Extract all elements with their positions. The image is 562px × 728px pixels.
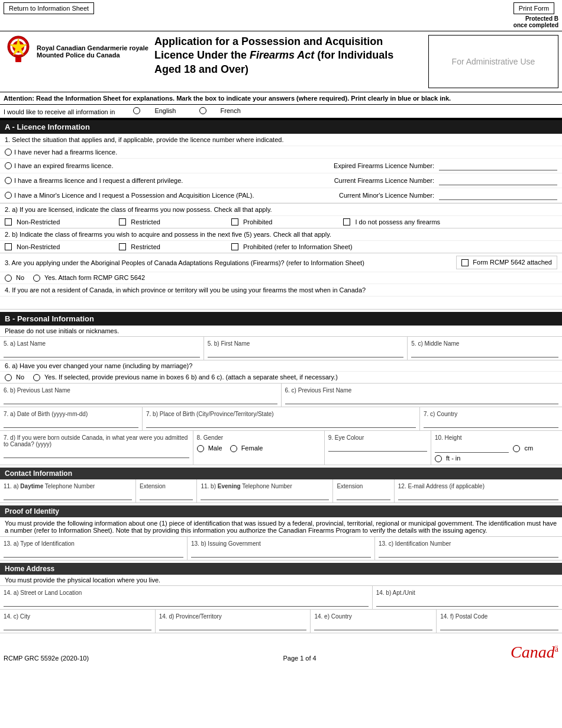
prohibited-check[interactable]: Prohibited xyxy=(231,218,273,226)
minor-pal-radio[interactable] xyxy=(5,192,12,199)
gender-cell: 8. Gender Male Female xyxy=(193,431,325,465)
issuing-govt-input[interactable] xyxy=(191,548,371,558)
non-restricted2-check[interactable]: Non-Restricted xyxy=(5,243,60,250)
q6-no-radio[interactable] xyxy=(5,374,12,381)
first-name-input[interactable] xyxy=(208,348,404,357)
english-radio-label[interactable]: English xyxy=(133,107,188,114)
email-input[interactable] xyxy=(398,491,558,500)
street-input[interactable] xyxy=(4,597,369,607)
city-input[interactable] xyxy=(4,621,151,630)
extension1-input[interactable] xyxy=(140,491,193,500)
evening-phone-label: 11. b) Evening Telephone Number xyxy=(201,482,329,491)
non-restricted-check[interactable]: Non-Restricted xyxy=(5,218,60,226)
middle-name-input[interactable] xyxy=(411,348,558,357)
prohibited-checkbox[interactable] xyxy=(231,218,238,226)
french-radio[interactable] xyxy=(199,107,206,114)
ftin-radio[interactable] xyxy=(435,455,442,462)
dob-label: 7. a) Date of Birth (yyyy-mm-dd) xyxy=(4,410,138,418)
female-radio[interactable] xyxy=(230,445,237,452)
apt-unit-cell: 14. b) Apt./Unit xyxy=(373,586,562,609)
postal-input[interactable] xyxy=(440,621,558,630)
page-number: Page 1 of 4 xyxy=(283,655,316,662)
pob-cell: 7. b) Place of Birth (City/Province/Terr… xyxy=(143,407,420,430)
q6-no-label: No xyxy=(16,373,24,381)
height-cm-input[interactable] xyxy=(435,443,509,453)
admitted-cell: 7. d) If you were born outside Canada, i… xyxy=(0,431,193,465)
prohibited2-checkbox[interactable] xyxy=(231,243,238,250)
restricted-check[interactable]: Restricted xyxy=(119,218,160,226)
cm-radio[interactable] xyxy=(513,445,520,452)
q6-yes-radio[interactable] xyxy=(33,374,40,381)
print-button[interactable]: Print Form xyxy=(513,2,554,14)
id-type-cell: 13. a) Type of Identification xyxy=(0,537,188,560)
height-ftin-option: ft - in xyxy=(435,455,558,462)
q3-yes-label: Yes. Attach form RCMP GRC 5642 xyxy=(44,274,145,281)
dob-input[interactable] xyxy=(4,418,138,428)
english-radio[interactable] xyxy=(133,107,140,114)
restricted2-checkbox[interactable] xyxy=(119,243,126,250)
extension2-label: Extension xyxy=(337,482,390,491)
top-bar: Return to Information Sheet Print Form P… xyxy=(0,0,562,31)
non-restricted2-label: Non-Restricted xyxy=(17,243,60,250)
do-not-possess-check[interactable]: I do not possess any firearms xyxy=(343,218,440,226)
id-type-input[interactable] xyxy=(4,548,183,558)
restricted2-check[interactable]: Restricted xyxy=(119,243,160,250)
form-number: RCMP GRC 5592e (2020-10) xyxy=(4,655,89,662)
id-number-cell: 13. c) Identification Number xyxy=(375,537,562,560)
male-radio[interactable] xyxy=(197,445,204,452)
q3-no-radio[interactable] xyxy=(5,275,12,282)
non-restricted2-checkbox[interactable] xyxy=(5,243,12,250)
country-birth-input[interactable] xyxy=(424,418,558,428)
eye-colour-input[interactable] xyxy=(328,442,427,452)
logo-area: Royal Canadian Gendarmerie royale Mounte… xyxy=(4,35,148,67)
form-rcmp-label: Form RCMP 5642 attached xyxy=(473,259,552,266)
apt-unit-input[interactable] xyxy=(376,597,558,607)
section-a-header: A - Licence Information xyxy=(0,120,562,134)
prohibited2-check[interactable]: Prohibited (refer to Information Sheet) xyxy=(231,243,353,250)
prev-last-input[interactable] xyxy=(4,395,277,404)
daytime-phone-input[interactable] xyxy=(4,491,132,500)
last-name-input[interactable] xyxy=(4,348,200,357)
pob-input[interactable] xyxy=(146,418,416,428)
q6-question: 6. a) Have you ever changed your name (i… xyxy=(0,360,562,372)
non-restricted-checkbox[interactable] xyxy=(5,218,12,226)
q4-input[interactable] xyxy=(5,297,557,304)
restricted2-label: Restricted xyxy=(131,243,160,250)
org-name-line1: Royal Canadian Gendarmerie royale xyxy=(37,44,148,51)
country-input[interactable] xyxy=(314,621,432,630)
apt-unit-label: 14. b) Apt./Unit xyxy=(376,588,558,597)
do-not-possess-label: I do not possess any firearms xyxy=(355,218,440,226)
height-label: 10. Height xyxy=(435,433,558,442)
q3-no-label: No xyxy=(16,274,24,281)
expired-radio[interactable] xyxy=(5,162,12,169)
minor-licence-input[interactable] xyxy=(439,191,557,200)
form-rcmp-box: Form RCMP 5642 attached xyxy=(456,256,557,269)
q6-answer-row: No Yes. If selected, provide previous na… xyxy=(0,372,562,384)
ftin-label: ft - in xyxy=(446,455,460,462)
prev-last-label: 6. b) Previous Last Name xyxy=(4,386,277,395)
french-radio-label[interactable]: French xyxy=(199,107,253,114)
return-button[interactable]: Return to Information Sheet xyxy=(4,2,94,14)
height-cell: 10. Height cm ft - in xyxy=(431,431,562,465)
different-priv-radio[interactable] xyxy=(5,177,12,184)
do-not-possess-checkbox[interactable] xyxy=(343,218,350,226)
admitted-input[interactable] xyxy=(4,449,189,458)
org-name-line2: Mounted Police du Canada xyxy=(37,51,148,59)
city-cell: 14. c) City xyxy=(0,610,156,633)
street-label: 14. a) Street or Land Location xyxy=(4,588,369,597)
current-licence-input[interactable] xyxy=(439,176,557,185)
restricted-checkbox[interactable] xyxy=(119,218,126,226)
minor-pal-row: I have a Minor's Licence and I request a… xyxy=(0,188,562,203)
id-type-label: 13. a) Type of Identification xyxy=(4,539,183,548)
extension2-input[interactable] xyxy=(337,491,390,500)
never-had-radio[interactable] xyxy=(5,149,12,156)
id-number-input[interactable] xyxy=(379,548,558,558)
prev-first-input[interactable] xyxy=(285,395,559,404)
evening-phone-input[interactable] xyxy=(201,491,329,500)
height-cm-option: cm xyxy=(435,443,558,453)
q3-yes-radio[interactable] xyxy=(33,275,40,282)
daytime-phone-cell: 11. a) Daytime Telephone Number xyxy=(0,479,136,502)
expired-licence-input[interactable] xyxy=(439,161,557,170)
province-input[interactable] xyxy=(159,621,307,630)
form-rcmp-checkbox[interactable] xyxy=(461,259,469,266)
